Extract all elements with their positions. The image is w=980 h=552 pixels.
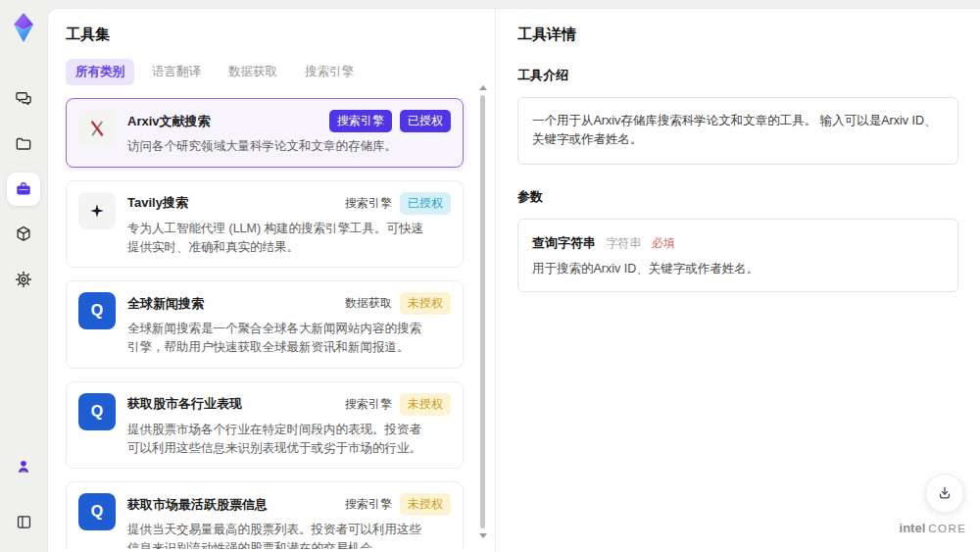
status-badge-authorized: 已授权 <box>400 110 451 132</box>
sidebar-item-toolset[interactable] <box>7 173 40 206</box>
gem-logo-icon <box>9 12 38 43</box>
scroll-up-arrow-icon[interactable] <box>479 85 487 90</box>
tool-name: 获取股市各行业表现 <box>127 395 337 413</box>
tool-description: 提供当天交易量最高的股票列表。投资者可以利用这些信息来识别流动性强的股票和潜在的… <box>127 521 451 549</box>
tool-card-active-stocks[interactable]: Q 获取市场最活跃股票信息 搜索引擎 未授权 提供当天交易量最高的股票列表。投资… <box>66 481 464 549</box>
folder-icon <box>14 134 33 154</box>
tool-name: Tavily搜索 <box>127 194 337 212</box>
sparkle-icon <box>78 192 116 229</box>
param-type: 字符串 <box>606 236 641 250</box>
status-badge-unauthorized: 未授权 <box>400 493 451 516</box>
sidebar-item-files[interactable] <box>7 127 40 161</box>
gear-icon <box>14 270 33 289</box>
param-name: 查询字符串 <box>532 235 596 250</box>
tool-card-arxiv[interactable]: Arxiv文献搜索 搜索引擎 已授权 访问各个研究领域大量科学论文和文章的存储库… <box>66 98 464 168</box>
category-label: 搜索引擎 <box>345 195 392 212</box>
collapse-sidebar-button[interactable] <box>7 505 40 538</box>
status-badge-unauthorized: 未授权 <box>400 292 451 315</box>
tool-card-global-news[interactable]: Q 全球新闻搜索 数据获取 未授权 全球新闻搜索是一个聚合全球各大新闻网站内容的… <box>66 280 464 369</box>
status-badge-unauthorized: 未授权 <box>400 393 451 416</box>
scroll-down-arrow-icon[interactable] <box>479 533 487 538</box>
category-label: 搜索引擎 <box>345 496 392 513</box>
arxiv-logo-icon <box>78 110 116 147</box>
collapse-panel-icon <box>15 513 33 531</box>
chat-icon <box>14 89 33 109</box>
tool-description: 全球新闻搜索是一个聚合全球各大新闻网站内容的搜索引擎，帮助用户快速获取全球最新资… <box>127 320 451 357</box>
app-logo[interactable] <box>7 10 40 45</box>
intel-core-logo: intelCORE <box>892 519 974 536</box>
avatar-icon <box>14 457 33 477</box>
sidebar-item-chat[interactable] <box>7 82 40 116</box>
intro-heading: 工具介绍 <box>517 67 958 84</box>
tool-name: 全球新闻搜索 <box>127 295 337 313</box>
tool-description: 专为人工智能代理 (LLM) 构建的搜索引擎工具。可快速提供实时、准确和真实的结… <box>127 220 451 257</box>
tool-list-pane: 工具集 所有类别 语言翻译 数据获取 搜索引擎 Arxiv文献搜索 <box>48 9 495 552</box>
sidebar-item-packages[interactable] <box>7 218 40 251</box>
tool-description: 访问各个研究领域大量科学论文和文章的存储库。 <box>127 137 451 156</box>
category-tabs: 所有类别 语言翻译 数据获取 搜索引擎 <box>66 59 477 85</box>
list-scrollbar[interactable] <box>478 85 488 538</box>
cube-icon <box>14 225 33 244</box>
stock-tool-logo-icon: Q <box>78 493 116 530</box>
scrollbar-thumb[interactable] <box>480 95 485 528</box>
intro-text: 一个用于从Arxiv存储库搜索科学论文和文章的工具。 输入可以是Arxiv ID… <box>532 112 944 150</box>
tab-search-engine[interactable]: 搜索引擎 <box>295 59 364 85</box>
tool-card-sector-performance[interactable]: Q 获取股市各行业表现 搜索引擎 未授权 提供股票市场各个行业在特定时间段内的表… <box>66 381 464 470</box>
detail-title: 工具详情 <box>517 25 958 44</box>
tab-language-translation[interactable]: 语言翻译 <box>142 59 211 85</box>
params-heading: 参数 <box>517 188 958 206</box>
brand-intel-text: intel <box>900 521 926 535</box>
brand-core-text: CORE <box>928 523 966 534</box>
param-header: 查询字符串 字符串 必填 <box>532 233 944 252</box>
tool-name: 获取市场最活跃股票信息 <box>127 496 337 514</box>
category-label: 搜索引擎 <box>345 396 392 413</box>
download-icon <box>936 484 954 502</box>
category-label: 数据获取 <box>345 295 392 312</box>
status-badge-authorized: 已授权 <box>400 192 451 215</box>
news-tool-logo-icon: Q <box>78 292 116 329</box>
page-title: 工具集 <box>66 25 477 44</box>
toolbox-icon <box>14 179 33 199</box>
param-description: 用于搜索的Arxiv ID、关键字或作者姓名。 <box>532 261 944 277</box>
main-panel: 工具集 所有类别 语言翻译 数据获取 搜索引擎 Arxiv文献搜索 <box>47 8 980 552</box>
tab-all-categories[interactable]: 所有类别 <box>66 59 134 85</box>
sidebar-rail <box>0 0 47 552</box>
tool-name: Arxiv文献搜索 <box>127 113 321 130</box>
tool-list: Arxiv文献搜索 搜索引擎 已授权 访问各个研究领域大量科学论文和文章的存储库… <box>66 98 477 549</box>
stock-tool-logo-icon: Q <box>78 393 116 430</box>
tool-card-tavily[interactable]: Tavily搜索 搜索引擎 已授权 专为人工智能代理 (LLM) 构建的搜索引擎… <box>66 180 464 269</box>
user-avatar[interactable] <box>7 450 40 483</box>
tab-data-fetch[interactable]: 数据获取 <box>219 59 287 85</box>
param-required-label: 必填 <box>652 236 675 250</box>
sidebar-item-settings[interactable] <box>7 263 40 296</box>
tool-detail-pane: 工具详情 工具介绍 一个用于从Arxiv存储库搜索科学论文和文章的工具。 输入可… <box>495 9 980 552</box>
intro-box: 一个用于从Arxiv存储库搜索科学论文和文章的工具。 输入可以是Arxiv ID… <box>517 97 958 165</box>
download-button[interactable] <box>925 474 964 513</box>
param-box: 查询字符串 字符串 必填 用于搜索的Arxiv ID、关键字或作者姓名。 <box>517 219 958 292</box>
tool-description: 提供股票市场各个行业在特定时间段内的表现。投资者可以利用这些信息来识别表现优于或… <box>127 421 451 458</box>
category-badge: 搜索引擎 <box>329 110 392 132</box>
